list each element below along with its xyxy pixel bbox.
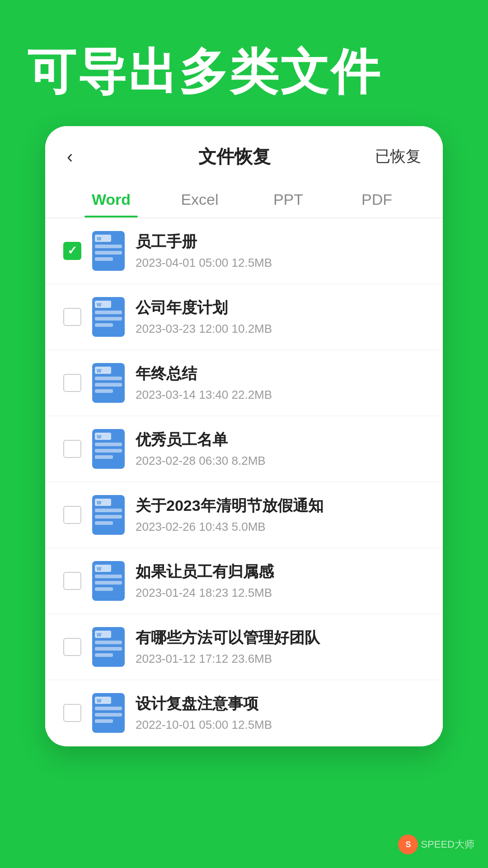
- file-type-icon: W: [92, 627, 125, 667]
- svg-text:W: W: [97, 368, 102, 373]
- list-item[interactable]: W 优秀员工名单2023-02-28 06:30 8.2MB: [45, 416, 443, 481]
- file-type-icon: W: [92, 363, 125, 403]
- svg-text:W: W: [97, 566, 102, 571]
- tab-excel[interactable]: Excel: [155, 180, 244, 217]
- file-type-icon: W: [92, 429, 125, 469]
- file-meta: 2023-02-28 06:30 8.2MB: [136, 454, 425, 468]
- file-meta: 2023-04-01 05:00 12.5MB: [136, 256, 425, 270]
- file-checkbox[interactable]: [63, 506, 81, 524]
- svg-rect-32: [95, 581, 122, 585]
- file-meta: 2023-03-14 13:40 22.2MB: [136, 388, 425, 402]
- file-name: 公司年度计划: [136, 297, 425, 318]
- svg-rect-39: [95, 653, 113, 657]
- tab-ppt[interactable]: PPT: [244, 180, 333, 217]
- svg-rect-8: [95, 317, 122, 321]
- watermark-logo: S: [398, 835, 418, 854]
- svg-rect-19: [95, 443, 122, 446]
- file-checkbox[interactable]: [63, 704, 81, 722]
- file-checkbox[interactable]: [63, 572, 81, 590]
- list-item[interactable]: W 关于2023年清明节放假通知2023-02-26 10:43 5.0MB: [45, 482, 443, 547]
- file-meta: 2022-10-01 05:00 12.5MB: [136, 718, 425, 732]
- app-header: ‹ 文件恢复 已恢复: [45, 126, 443, 180]
- svg-rect-2: [95, 251, 122, 255]
- svg-rect-21: [95, 455, 113, 459]
- svg-rect-43: [95, 707, 122, 710]
- file-name: 优秀员工名单: [136, 429, 425, 450]
- svg-text:W: W: [97, 632, 102, 637]
- svg-rect-27: [95, 521, 113, 525]
- restored-action[interactable]: 已恢复: [375, 146, 421, 167]
- file-type-icon: W: [92, 495, 125, 535]
- file-name: 年终总结: [136, 363, 425, 384]
- file-meta: 2023-03-23 12:00 10.2MB: [136, 322, 425, 336]
- svg-rect-14: [95, 383, 122, 387]
- list-item[interactable]: W 年终总结2023-03-14 13:40 22.2MB: [45, 350, 443, 415]
- file-name: 员工手册: [136, 231, 425, 252]
- phone-card: ‹ 文件恢复 已恢复 Word Excel PPT PDF W 员工手册2023…: [45, 126, 443, 746]
- svg-text:W: W: [97, 500, 102, 505]
- svg-text:W: W: [97, 236, 102, 241]
- phone-card-wrapper: ‹ 文件恢复 已恢复 Word Excel PPT PDF W 员工手册2023…: [0, 126, 488, 783]
- svg-rect-38: [95, 647, 122, 651]
- file-name: 有哪些方法可以管理好团队: [136, 627, 425, 648]
- tab-bar: Word Excel PPT PDF: [45, 180, 443, 218]
- svg-rect-25: [95, 509, 122, 512]
- svg-text:W: W: [97, 698, 102, 703]
- file-checkbox[interactable]: [63, 308, 81, 326]
- svg-rect-3: [95, 257, 113, 261]
- file-type-icon: W: [92, 693, 125, 733]
- file-meta: 2023-02-26 10:43 5.0MB: [136, 520, 425, 534]
- back-icon[interactable]: ‹: [67, 146, 94, 167]
- file-checkbox[interactable]: [63, 374, 81, 392]
- file-type-icon: W: [92, 561, 125, 601]
- file-checkbox[interactable]: [63, 440, 81, 458]
- file-name: 设计复盘注意事项: [136, 693, 425, 714]
- tab-word[interactable]: Word: [67, 180, 155, 217]
- svg-rect-31: [95, 575, 122, 578]
- page-title: 文件恢复: [198, 144, 271, 169]
- file-checkbox[interactable]: [63, 638, 81, 656]
- list-item[interactable]: W 公司年度计划2023-03-23 12:00 10.2MB: [45, 284, 443, 349]
- svg-rect-20: [95, 449, 122, 453]
- svg-rect-26: [95, 515, 122, 519]
- hero-title: 可导出多类文件: [0, 0, 488, 126]
- svg-text:W: W: [97, 302, 102, 307]
- svg-rect-44: [95, 713, 122, 717]
- svg-rect-13: [95, 377, 122, 380]
- svg-rect-15: [95, 389, 113, 393]
- list-item[interactable]: W 员工手册2023-04-01 05:00 12.5MB: [45, 218, 443, 283]
- svg-rect-37: [95, 641, 122, 644]
- file-type-icon: W: [92, 297, 125, 337]
- file-meta: 2023-01-24 18:23 12.5MB: [136, 586, 425, 600]
- svg-text:W: W: [97, 434, 102, 439]
- svg-rect-9: [95, 323, 113, 327]
- file-meta: 2023-01-12 17:12 23.6MB: [136, 652, 425, 666]
- svg-rect-7: [95, 311, 122, 314]
- tab-pdf[interactable]: PDF: [333, 180, 421, 217]
- file-list: W 员工手册2023-04-01 05:00 12.5MB W 公司年度计划20…: [45, 218, 443, 745]
- svg-rect-1: [95, 245, 122, 248]
- svg-rect-33: [95, 587, 113, 591]
- list-item[interactable]: W 设计复盘注意事项2022-10-01 05:00 12.5MB: [45, 680, 443, 745]
- file-name: 关于2023年清明节放假通知: [136, 495, 425, 516]
- watermark-text: SPEED大师: [421, 838, 474, 851]
- file-checkbox[interactable]: [63, 242, 81, 260]
- svg-rect-45: [95, 719, 113, 723]
- file-name: 如果让员工有归属感: [136, 561, 425, 582]
- file-type-icon: W: [92, 231, 125, 271]
- watermark: S SPEED大师: [398, 835, 474, 854]
- list-item[interactable]: W 如果让员工有归属感2023-01-24 18:23 12.5MB: [45, 548, 443, 613]
- list-item[interactable]: W 有哪些方法可以管理好团队2023-01-12 17:12 23.6MB: [45, 614, 443, 679]
